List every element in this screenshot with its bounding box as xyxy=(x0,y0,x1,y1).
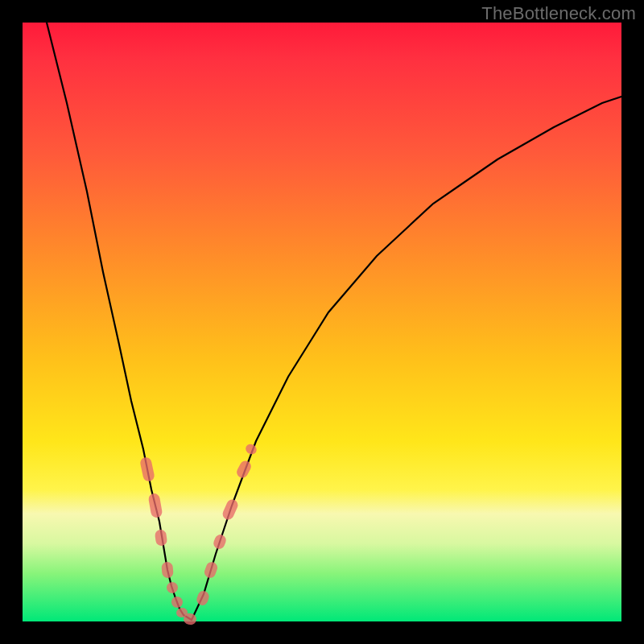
bead-segment xyxy=(148,493,163,518)
bead-segment xyxy=(167,582,179,594)
bead-segment xyxy=(203,560,219,580)
bead-segment xyxy=(171,597,184,609)
left-curve xyxy=(47,23,192,620)
plot-area xyxy=(23,23,621,621)
right-curve xyxy=(192,97,621,620)
bead-group xyxy=(139,442,258,625)
bead-segment xyxy=(235,459,254,480)
curves-svg xyxy=(23,23,621,621)
bead-segment xyxy=(161,561,174,578)
bead-segment xyxy=(221,497,239,521)
bead-segment xyxy=(244,442,258,456)
bead-segment xyxy=(196,589,211,606)
bead-segment xyxy=(212,533,228,551)
bead-segment xyxy=(139,456,155,482)
bead-segment xyxy=(155,529,168,547)
watermark-text: TheBottleneck.com xyxy=(481,3,636,24)
